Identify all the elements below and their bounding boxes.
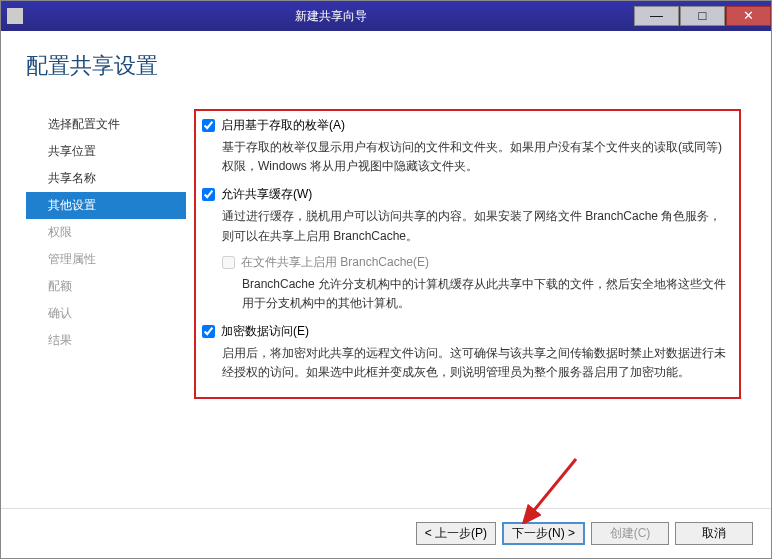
- checkbox-access-enum[interactable]: [202, 119, 215, 132]
- option-branchcache: 在文件共享上启用 BranchCache(E) BranchCache 允许分支…: [222, 254, 731, 313]
- wizard-window: 新建共享向导 — □ ✕ 配置共享设置 选择配置文件 共享位置 共享名称 其他设…: [0, 0, 772, 559]
- content-area: 启用基于存取的枚举(A) 基于存取的枚举仅显示用户有权访问的文件和文件夹。如果用…: [186, 109, 746, 508]
- cancel-button[interactable]: 取消: [675, 522, 753, 545]
- prev-button[interactable]: < 上一步(P): [416, 522, 496, 545]
- option-encrypt: 加密数据访问(E) 启用后，将加密对此共享的远程文件访问。这可确保与该共享之间传…: [202, 323, 731, 382]
- desc-branchcache: BranchCache 允许分支机构中的计算机缓存从此共享中下载的文件，然后安全…: [242, 275, 731, 313]
- minimize-button[interactable]: —: [634, 6, 679, 26]
- option-access-enum: 启用基于存取的枚举(A) 基于存取的枚举仅显示用户有权访问的文件和文件夹。如果用…: [202, 117, 731, 176]
- checkbox-branchcache: [222, 256, 235, 269]
- annotation-highlight: 启用基于存取的枚举(A) 基于存取的枚举仅显示用户有权访问的文件和文件夹。如果用…: [194, 109, 741, 399]
- label-share-cache: 允许共享缓存(W): [221, 186, 312, 203]
- window-controls: — □ ✕: [633, 6, 771, 26]
- maximize-button[interactable]: □: [680, 6, 725, 26]
- label-access-enum: 启用基于存取的枚举(A): [221, 117, 345, 134]
- label-encrypt: 加密数据访问(E): [221, 323, 309, 340]
- step-result: 结果: [26, 327, 186, 354]
- page-title: 配置共享设置: [26, 51, 746, 81]
- app-icon: [7, 8, 23, 24]
- window-title: 新建共享向导: [29, 8, 633, 25]
- wizard-body: 配置共享设置 选择配置文件 共享位置 共享名称 其他设置 权限 管理属性 配额 …: [1, 31, 771, 508]
- footer: < 上一步(P) 下一步(N) > 创建(C) 取消: [1, 508, 771, 558]
- desc-access-enum: 基于存取的枚举仅显示用户有权访问的文件和文件夹。如果用户没有某个文件夹的读取(或…: [222, 138, 731, 176]
- step-other-settings[interactable]: 其他设置: [26, 192, 186, 219]
- wizard-steps: 选择配置文件 共享位置 共享名称 其他设置 权限 管理属性 配额 确认 结果: [26, 109, 186, 508]
- desc-share-cache: 通过进行缓存，脱机用户可以访问共享的内容。如果安装了网络文件 BranchCac…: [222, 207, 731, 245]
- step-confirm: 确认: [26, 300, 186, 327]
- step-share-location[interactable]: 共享位置: [26, 138, 186, 165]
- step-permissions: 权限: [26, 219, 186, 246]
- next-button[interactable]: 下一步(N) >: [502, 522, 585, 545]
- main-area: 选择配置文件 共享位置 共享名称 其他设置 权限 管理属性 配额 确认 结果 启…: [26, 109, 746, 508]
- step-manage-props: 管理属性: [26, 246, 186, 273]
- step-quota: 配额: [26, 273, 186, 300]
- checkbox-share-cache[interactable]: [202, 188, 215, 201]
- desc-encrypt: 启用后，将加密对此共享的远程文件访问。这可确保与该共享之间传输数据时禁止对数据进…: [222, 344, 731, 382]
- titlebar: 新建共享向导 — □ ✕: [1, 1, 771, 31]
- checkbox-encrypt[interactable]: [202, 325, 215, 338]
- step-share-name[interactable]: 共享名称: [26, 165, 186, 192]
- step-select-profile[interactable]: 选择配置文件: [26, 111, 186, 138]
- option-share-cache: 允许共享缓存(W) 通过进行缓存，脱机用户可以访问共享的内容。如果安装了网络文件…: [202, 186, 731, 313]
- create-button: 创建(C): [591, 522, 669, 545]
- close-button[interactable]: ✕: [726, 6, 771, 26]
- label-branchcache: 在文件共享上启用 BranchCache(E): [241, 254, 429, 271]
